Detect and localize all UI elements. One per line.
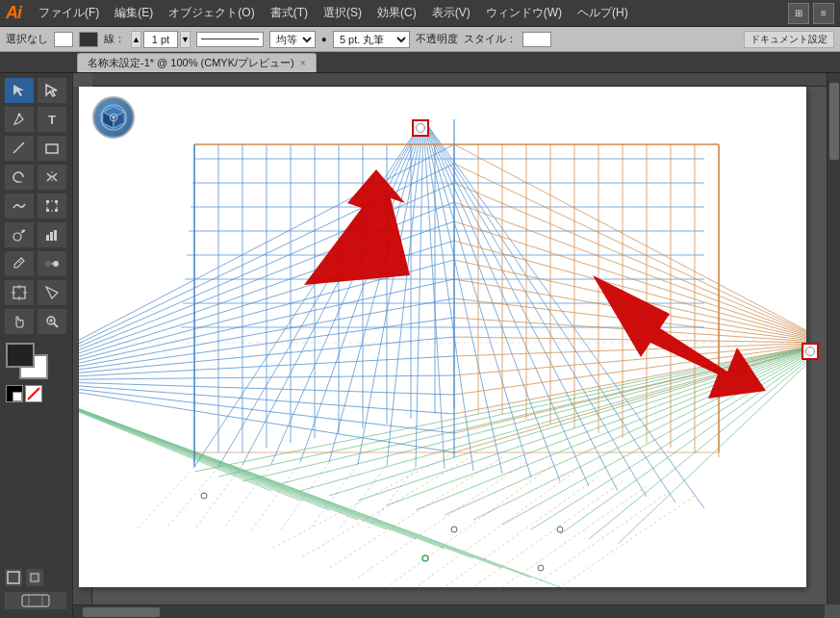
svg-point-9 <box>13 233 21 241</box>
svg-line-64 <box>194 119 423 467</box>
menu-select[interactable]: 選択(S) <box>316 3 369 23</box>
svg-rect-14 <box>54 230 57 241</box>
menu-help[interactable]: ヘルプ(H) <box>570 3 636 23</box>
stroke-line-preview[interactable] <box>196 32 264 47</box>
left-toolbar: T <box>0 73 73 618</box>
svg-point-181 <box>113 116 115 119</box>
svg-point-11 <box>22 230 25 233</box>
line-tool[interactable] <box>4 135 35 162</box>
tool-row-5 <box>4 193 68 219</box>
svg-line-157 <box>137 467 194 529</box>
menu-type[interactable]: 書式(T) <box>263 3 316 23</box>
svg-rect-32 <box>22 595 49 606</box>
foreground-color-swatch[interactable] <box>6 343 35 368</box>
svg-line-81 <box>423 119 675 502</box>
svg-line-125 <box>358 343 806 501</box>
menu-window[interactable]: ウィンドウ(W) <box>478 3 570 23</box>
menu-view[interactable]: 表示(V) <box>424 3 478 23</box>
default-colors-btn[interactable] <box>6 385 23 402</box>
menu-effect[interactable]: 効果(C) <box>369 3 424 23</box>
warp-tool[interactable] <box>4 193 35 219</box>
doc-settings-btn[interactable]: ドキュメント設定 <box>744 31 834 48</box>
stroke-label: 線： <box>104 32 125 46</box>
free-transform-tool[interactable] <box>37 193 67 219</box>
fg-bg-color-box[interactable] <box>6 343 48 379</box>
tool-row-6 <box>4 221 68 248</box>
stroke-down[interactable]: ▼ <box>180 31 191 48</box>
symbol-sprayer-tool[interactable] <box>4 221 35 248</box>
document-tab[interactable]: 名称未設定-1* @ 100% (CMYK/プレビュー) × <box>77 53 317 72</box>
svg-point-0 <box>18 114 21 116</box>
brush-select[interactable]: 5 pt. 丸筆 <box>333 31 410 48</box>
pen-tool[interactable] <box>4 106 35 133</box>
svg-line-97 <box>454 260 806 343</box>
stroke-swatch[interactable] <box>79 32 98 47</box>
svg-point-170 <box>451 527 457 532</box>
svg-line-70 <box>358 119 423 464</box>
drawing-mode-btn[interactable] <box>25 568 44 587</box>
workspace-icon[interactable]: ≡ <box>813 3 834 24</box>
slice-tool[interactable] <box>37 279 67 306</box>
top-ruler <box>92 73 827 87</box>
menu-object[interactable]: オブジェクト(O) <box>161 3 262 23</box>
svg-rect-29 <box>8 572 19 583</box>
tool-row-8 <box>4 279 68 306</box>
direct-selection-tool[interactable] <box>37 77 67 104</box>
svg-line-73 <box>423 119 445 469</box>
mirror-tool[interactable] <box>37 164 67 191</box>
stroke-up[interactable]: ▲ <box>131 31 141 48</box>
svg-rect-8 <box>55 209 58 212</box>
svg-rect-2 <box>46 144 58 153</box>
tool-row-1 <box>4 77 68 104</box>
style-swatch[interactable] <box>522 32 551 47</box>
svg-line-158 <box>165 467 218 529</box>
column-graph-tool[interactable] <box>37 221 67 248</box>
stroke-option-select[interactable]: 均等 <box>269 31 316 48</box>
screen-mode-btn[interactable] <box>4 591 67 610</box>
svg-line-151 <box>416 472 574 587</box>
app-logo: Ai <box>6 3 21 23</box>
svg-line-95 <box>454 221 806 343</box>
rotate-tool[interactable] <box>4 164 35 191</box>
tool-row-2: T <box>4 106 68 133</box>
canvas-area <box>73 73 840 618</box>
main-area: T <box>0 73 840 618</box>
vanishing-point-top[interactable] <box>412 119 429 137</box>
perspective-grid-icon[interactable] <box>92 96 135 139</box>
selection-tool[interactable] <box>4 77 35 104</box>
brush-dot: ● <box>321 34 327 44</box>
menu-edit[interactable]: 編集(E) <box>107 3 161 23</box>
svg-rect-5 <box>46 200 49 203</box>
blend-tool[interactable] <box>37 250 67 277</box>
svg-line-25 <box>54 323 58 327</box>
svg-line-78 <box>423 119 589 486</box>
svg-rect-6 <box>55 200 58 203</box>
svg-line-152 <box>445 476 598 587</box>
perspective-grid-svg <box>79 87 806 587</box>
vanishing-point-right[interactable] <box>802 343 819 360</box>
svg-line-72 <box>416 119 423 467</box>
svg-line-146 <box>271 452 454 549</box>
none-color-btn[interactable] <box>25 385 42 402</box>
vertical-scrollbar[interactable] <box>827 73 840 605</box>
horizontal-scrollbar[interactable] <box>73 605 825 618</box>
color-swatches-area <box>4 341 68 404</box>
svg-line-156 <box>560 496 695 587</box>
fill-swatch[interactable] <box>54 32 73 47</box>
tool-row-7 <box>4 250 68 277</box>
svg-line-133 <box>589 343 806 539</box>
type-tool[interactable]: T <box>37 106 67 133</box>
normal-mode-btn[interactable] <box>4 568 23 587</box>
rectangle-tool[interactable] <box>37 135 67 162</box>
eyedropper-tool[interactable] <box>4 250 35 277</box>
artboard-tool[interactable] <box>4 279 35 306</box>
tab-title: 名称未設定-1* @ 100% (CMYK/プレビュー) <box>88 56 294 70</box>
hand-tool[interactable] <box>4 308 35 335</box>
menu-file[interactable]: ファイル(F) <box>31 3 107 23</box>
tab-close-btn[interactable]: × <box>300 58 306 68</box>
tool-row-bottom-1 <box>4 568 68 587</box>
svg-line-67 <box>271 119 423 464</box>
stroke-value-input[interactable] <box>143 31 178 48</box>
arrange-icon[interactable]: ⊞ <box>788 3 809 24</box>
zoom-tool[interactable] <box>37 308 67 335</box>
